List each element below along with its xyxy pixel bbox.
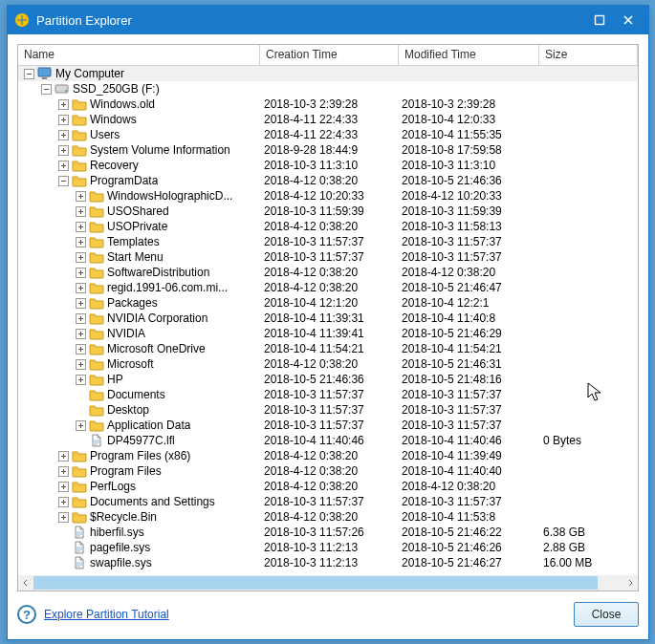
expand-icon[interactable] bbox=[76, 206, 86, 217]
expand-icon[interactable] bbox=[58, 130, 69, 140]
creation-time: 2018-4-12 0:38:20 bbox=[260, 479, 399, 494]
folder-icon bbox=[72, 143, 87, 157]
tree-body[interactable]: My ComputerSSD_250GB (F:)Windows.old2018… bbox=[18, 66, 638, 575]
tree-row[interactable]: Microsoft OneDrive2018-10-4 11:54:212018… bbox=[18, 341, 638, 356]
expand-icon[interactable] bbox=[76, 283, 86, 293]
tree-row[interactable]: WindowsHolographicD...2018-4-12 10:20:33… bbox=[18, 188, 638, 204]
tree-row[interactable]: Packages2018-10-4 12:1:202018-10-4 12:2:… bbox=[18, 295, 638, 311]
column-header-modified-time[interactable]: Modified Time bbox=[399, 45, 539, 65]
maximize-button[interactable] bbox=[585, 6, 614, 34]
expand-icon[interactable] bbox=[58, 497, 69, 507]
size bbox=[539, 265, 638, 280]
size bbox=[539, 127, 638, 142]
tree-row[interactable]: Templates2018-10-3 11:57:372018-10-3 11:… bbox=[18, 234, 638, 249]
expand-icon[interactable] bbox=[76, 375, 86, 385]
tree-row[interactable]: NVIDIA2018-10-4 11:39:412018-10-5 21:46:… bbox=[18, 326, 638, 341]
expand-icon[interactable] bbox=[76, 313, 86, 324]
tree-row[interactable]: Windows.old2018-10-3 2:39:282018-10-3 2:… bbox=[18, 97, 638, 112]
scroll-track[interactable] bbox=[33, 575, 622, 590]
window-title: Partition Explorer bbox=[36, 13, 585, 28]
tree-row[interactable]: Start Menu2018-10-3 11:57:372018-10-3 11… bbox=[18, 249, 638, 265]
item-name: regid.1991-06.com.mi... bbox=[107, 280, 228, 295]
size bbox=[539, 204, 638, 219]
expand-icon[interactable] bbox=[76, 222, 86, 232]
expand-icon[interactable] bbox=[76, 191, 86, 202]
modified-time bbox=[399, 66, 539, 81]
item-name: NVIDIA bbox=[107, 326, 145, 341]
tree-row[interactable]: Windows2018-4-11 22:4:332018-10-4 12:0:3… bbox=[18, 112, 638, 127]
tree-row[interactable]: Program Files2018-4-12 0:38:202018-10-4 … bbox=[18, 463, 638, 479]
item-name: Documents and Settings bbox=[90, 494, 215, 509]
size bbox=[539, 479, 638, 494]
collapse-icon[interactable] bbox=[58, 176, 69, 186]
tree-row[interactable]: System Volume Information2018-9-28 18:44… bbox=[18, 142, 638, 158]
expand-icon[interactable] bbox=[58, 512, 69, 523]
expand-icon[interactable] bbox=[58, 451, 69, 462]
close-button[interactable]: Close bbox=[574, 602, 639, 627]
tree-row[interactable]: Application Data2018-10-3 11:57:372018-1… bbox=[18, 418, 638, 433]
tree-row[interactable]: NVIDIA Corporation2018-10-4 11:39:312018… bbox=[18, 311, 638, 326]
modified-time: 2018-10-8 17:59:58 bbox=[399, 142, 539, 158]
tree-row[interactable]: My Computer bbox=[18, 66, 638, 81]
modified-time bbox=[399, 81, 539, 97]
expand-icon[interactable] bbox=[58, 482, 69, 492]
modified-time: 2018-10-4 12:2:1 bbox=[399, 295, 539, 311]
scroll-thumb[interactable] bbox=[33, 576, 598, 590]
expand-icon[interactable] bbox=[76, 252, 86, 263]
tree-row[interactable]: HP2018-10-5 21:46:362018-10-5 21:48:16 bbox=[18, 372, 638, 387]
tree-row[interactable]: Microsoft2018-4-12 0:38:202018-10-5 21:4… bbox=[18, 356, 638, 372]
collapse-icon[interactable] bbox=[41, 84, 52, 95]
tree-row[interactable]: Recovery2018-10-3 11:3:102018-10-3 11:3:… bbox=[18, 158, 638, 173]
expand-icon[interactable] bbox=[76, 359, 86, 370]
size bbox=[539, 97, 638, 112]
tree-row[interactable]: Users2018-4-11 22:4:332018-10-4 11:55:35 bbox=[18, 127, 638, 142]
tree-row[interactable]: USOShared2018-10-3 11:59:392018-10-3 11:… bbox=[18, 204, 638, 219]
tree-row[interactable]: SoftwareDistribution2018-4-12 0:38:20201… bbox=[18, 265, 638, 280]
tree-row[interactable]: Documents and Settings2018-10-3 11:57:37… bbox=[18, 494, 638, 509]
horizontal-scrollbar[interactable] bbox=[18, 575, 638, 590]
scroll-right-arrow-icon[interactable] bbox=[622, 575, 638, 590]
tree-row[interactable]: ProgramData2018-4-12 0:38:202018-10-5 21… bbox=[18, 173, 638, 188]
size bbox=[539, 311, 638, 326]
folder-icon bbox=[72, 128, 87, 141]
tree-row[interactable]: PerfLogs2018-4-12 0:38:202018-4-12 0:38:… bbox=[18, 479, 638, 494]
tree-row[interactable]: Documents2018-10-3 11:57:372018-10-3 11:… bbox=[18, 387, 638, 402]
expand-icon[interactable] bbox=[58, 466, 69, 477]
expand-icon[interactable] bbox=[76, 237, 86, 247]
expand-icon[interactable] bbox=[76, 329, 86, 339]
size bbox=[539, 295, 638, 311]
scroll-left-arrow-icon[interactable] bbox=[18, 575, 33, 590]
collapse-icon[interactable] bbox=[24, 69, 34, 79]
tree-row[interactable]: Desktop2018-10-3 11:57:372018-10-3 11:57… bbox=[18, 402, 638, 418]
modified-time: 2018-10-4 11:54:21 bbox=[399, 341, 539, 356]
tree-row[interactable]: Program Files (x86)2018-4-12 0:38:202018… bbox=[18, 448, 638, 463]
expand-icon[interactable] bbox=[76, 298, 86, 309]
titlebar[interactable]: Partition Explorer bbox=[8, 6, 648, 34]
expand-icon[interactable] bbox=[76, 344, 86, 354]
item-name: Desktop bbox=[107, 402, 149, 418]
item-name: Recovery bbox=[90, 158, 139, 173]
tree-row[interactable]: $Recycle.Bin2018-4-12 0:38:202018-10-4 1… bbox=[18, 509, 638, 525]
help-icon[interactable]: ? bbox=[17, 605, 36, 624]
tree-row[interactable]: DP45977C.lfl2018-10-4 11:40:462018-10-4 … bbox=[18, 433, 638, 448]
tutorial-link[interactable]: Explore Partition Tutorial bbox=[44, 608, 169, 621]
close-window-button[interactable] bbox=[614, 6, 643, 34]
expand-icon[interactable] bbox=[58, 161, 69, 171]
column-header-name[interactable]: Name bbox=[18, 45, 260, 65]
tree-row[interactable]: swapfile.sys2018-10-3 11:2:132018-10-5 2… bbox=[18, 555, 638, 570]
expand-icon[interactable] bbox=[76, 420, 86, 431]
column-header-size[interactable]: Size bbox=[539, 45, 638, 65]
tree-row[interactable]: regid.1991-06.com.mi...2018-4-12 0:38:20… bbox=[18, 280, 638, 295]
expand-icon[interactable] bbox=[58, 145, 69, 156]
column-header-creation-time[interactable]: Creation Time bbox=[260, 45, 399, 65]
expand-icon[interactable] bbox=[58, 99, 69, 110]
size bbox=[539, 494, 638, 509]
expand-icon[interactable] bbox=[76, 268, 86, 278]
size: 0 Bytes bbox=[539, 433, 638, 448]
tree-row[interactable]: SSD_250GB (F:) bbox=[18, 81, 638, 97]
tree-row[interactable]: pagefile.sys2018-10-3 11:2:132018-10-5 2… bbox=[18, 540, 638, 555]
tree-row[interactable]: USOPrivate2018-4-12 0:38:202018-10-3 11:… bbox=[18, 219, 638, 234]
expand-icon[interactable] bbox=[58, 115, 69, 125]
size bbox=[539, 418, 638, 433]
tree-row[interactable]: hiberfil.sys2018-10-3 11:57:262018-10-5 … bbox=[18, 525, 638, 540]
